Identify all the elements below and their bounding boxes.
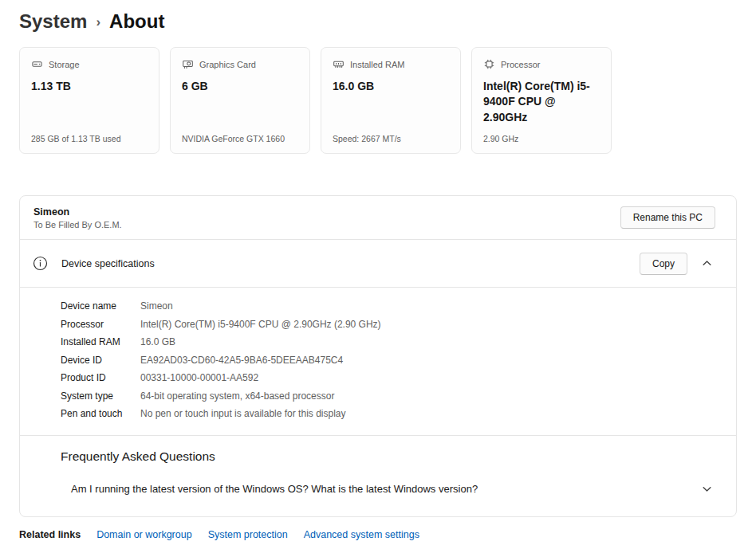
about-panel: Simeon To Be Filled By O.E.M. Rename thi… <box>19 195 737 517</box>
spec-label: Device name <box>61 300 140 312</box>
spec-value: 00331-10000-00001-AA592 <box>140 372 258 383</box>
breadcrumb-system[interactable]: System <box>19 10 87 33</box>
device-specifications-header[interactable]: Device specifications Copy <box>20 240 736 288</box>
spec-row-device-id: Device ID EA92AD03-CD60-42A5-9BA6-5DEEAA… <box>61 355 715 366</box>
card-storage[interactable]: Storage 1.13 TB 285 GB of 1.13 TB used <box>19 47 159 154</box>
chevron-up-icon[interactable] <box>699 255 715 272</box>
spec-label: Installed RAM <box>61 336 140 347</box>
related-links-section: Related links Domain or workgroup System… <box>19 529 737 540</box>
spec-label: System type <box>61 390 140 402</box>
device-specifications-table: Device name Simeon Processor Intel(R) Co… <box>20 288 736 435</box>
spec-row-product-id: Product ID 00331-10000-00001-AA592 <box>61 372 715 383</box>
link-domain-or-workgroup[interactable]: Domain or workgroup <box>96 529 192 540</box>
breadcrumb-separator-icon: › <box>96 13 100 30</box>
card-detail: NVIDIA GeForce GTX 1660 <box>182 134 298 143</box>
faq-section: Frequently Asked Questions Am I running … <box>20 435 736 516</box>
device-name-section: Simeon To Be Filled By O.E.M. Rename thi… <box>20 196 736 240</box>
chevron-down-icon[interactable] <box>699 481 715 497</box>
card-processor[interactable]: Processor Intel(R) Core(TM) i5-9400F CPU… <box>471 47 612 154</box>
spec-value: Simeon <box>140 300 173 312</box>
copy-button[interactable]: Copy <box>640 253 687 275</box>
summary-cards: Storage 1.13 TB 285 GB of 1.13 TB used G… <box>19 47 737 154</box>
graphics-card-icon <box>182 58 194 70</box>
spec-row-processor: Processor Intel(R) Core(TM) i5-9400F CPU… <box>61 319 715 330</box>
device-name: Simeon <box>33 206 122 218</box>
spec-value: No pen or touch input is available for t… <box>140 408 345 419</box>
storage-icon <box>31 58 43 70</box>
device-identity: Simeon To Be Filled By O.E.M. <box>33 206 122 229</box>
breadcrumb: System › About <box>19 0 737 33</box>
spec-value: 16.0 GB <box>140 336 175 347</box>
faq-title: Frequently Asked Questions <box>61 449 715 464</box>
spec-value: Intel(R) Core(TM) i5-9400F CPU @ 2.90GHz… <box>140 319 381 330</box>
ram-icon <box>333 58 345 70</box>
card-label: Installed RAM <box>350 60 404 69</box>
related-links-label: Related links <box>19 529 81 540</box>
card-label: Storage <box>49 60 80 69</box>
card-value: 1.13 TB <box>31 79 148 94</box>
link-advanced-system-settings[interactable]: Advanced system settings <box>304 529 419 540</box>
settings-about-page: System › About Storage 1.13 TB 285 GB of… <box>0 0 756 540</box>
card-value: 16.0 GB <box>333 79 449 94</box>
link-system-protection[interactable]: System protection <box>208 529 288 540</box>
card-value: 6 GB <box>182 79 298 94</box>
spec-row-pen-and-touch: Pen and touch No pen or touch input is a… <box>61 408 715 419</box>
card-label: Processor <box>501 60 541 69</box>
spec-row-device-name: Device name Simeon <box>61 300 715 312</box>
spec-value: EA92AD03-CD60-42A5-9BA6-5DEEAAB475C4 <box>140 355 343 366</box>
device-oem: To Be Filled By O.E.M. <box>33 220 122 229</box>
spec-label: Processor <box>61 319 140 330</box>
card-detail: 2.90 GHz <box>483 134 600 143</box>
spec-value: 64-bit operating system, x64-based proce… <box>140 390 334 402</box>
page-title: About <box>109 10 164 33</box>
info-icon <box>33 256 48 271</box>
card-graphics-header: Graphics Card <box>182 58 298 70</box>
card-ram[interactable]: Installed RAM 16.0 GB Speed: 2667 MT/s <box>321 47 461 154</box>
card-processor-header: Processor <box>483 58 600 70</box>
card-detail: Speed: 2667 MT/s <box>333 134 449 143</box>
card-label: Graphics Card <box>199 60 256 69</box>
device-specifications-title: Device specifications <box>61 258 640 269</box>
spec-label: Pen and touch <box>61 408 140 419</box>
card-detail: 285 GB of 1.13 TB used <box>31 134 148 143</box>
processor-icon <box>483 58 495 70</box>
spec-row-installed-ram: Installed RAM 16.0 GB <box>61 336 715 347</box>
card-storage-header: Storage <box>31 58 148 70</box>
card-value: Intel(R) Core(TM) i5-9400F CPU @ 2.90GHz <box>483 79 600 125</box>
faq-question: Am I running the latest version of the W… <box>71 483 478 495</box>
spec-row-system-type: System type 64-bit operating system, x64… <box>61 390 715 402</box>
spec-label: Product ID <box>61 372 140 383</box>
card-graphics[interactable]: Graphics Card 6 GB NVIDIA GeForce GTX 16… <box>170 47 310 154</box>
card-ram-header: Installed RAM <box>333 58 449 70</box>
rename-pc-button[interactable]: Rename this PC <box>620 206 715 229</box>
spec-label: Device ID <box>61 355 140 366</box>
faq-question-row[interactable]: Am I running the latest version of the W… <box>61 481 715 497</box>
